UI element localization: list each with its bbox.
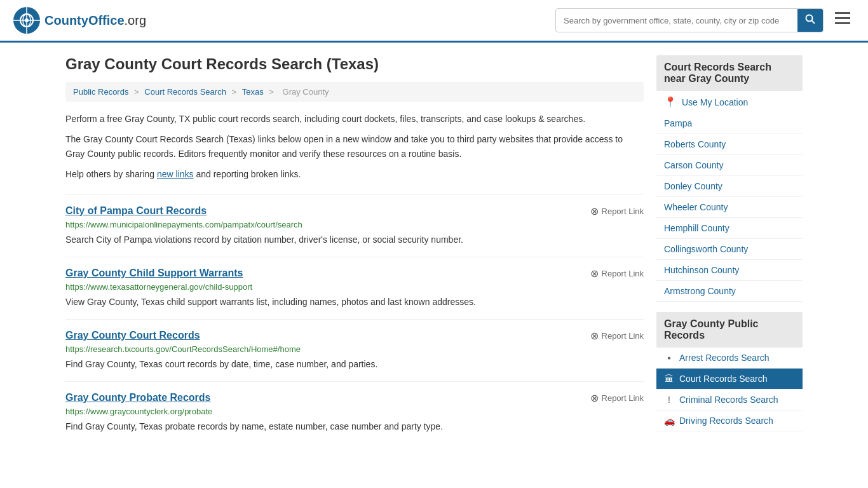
- result-desc-1: View Gray County, Texas child support wa…: [65, 295, 644, 309]
- report-label-2: Report Link: [602, 331, 644, 341]
- result-item-2: Gray County Court Records ⊗ Report Link …: [65, 319, 644, 381]
- breadcrumb-gray-county: Gray County: [283, 87, 329, 97]
- sidebar-item-wheeler[interactable]: Wheeler County: [656, 197, 803, 218]
- menu-button[interactable]: [830, 10, 855, 31]
- sidebar-pr-criminal[interactable]: ! Criminal Records Search: [656, 390, 803, 410]
- sidebar-pr-court[interactable]: 🏛 Court Records Search: [656, 369, 803, 390]
- arrest-records-link[interactable]: Arrest Records Search: [679, 353, 770, 363]
- nearby-section: Court Records Search near Gray County 📍 …: [656, 55, 803, 302]
- help-text: Help others by sharing new links and rep…: [65, 167, 644, 181]
- pampa-link[interactable]: Pampa: [664, 118, 692, 128]
- driving-icon: 🚗: [664, 416, 674, 426]
- public-records-section-title: Gray County Public Records: [656, 312, 803, 348]
- report-label-0: Report Link: [602, 207, 644, 216]
- sidebar: Court Records Search near Gray County 📍 …: [656, 55, 803, 444]
- header: CountyOffice.org: [0, 0, 868, 43]
- hemphill-county-link[interactable]: Hemphill County: [664, 223, 729, 233]
- main-wrapper: Gray County Court Records Search (Texas)…: [53, 43, 815, 456]
- location-icon: 📍: [664, 96, 677, 108]
- result-title-0[interactable]: City of Pampa Court Records: [65, 205, 207, 217]
- nearby-section-title: Court Records Search near Gray County: [656, 55, 803, 91]
- content: Gray County Court Records Search (Texas)…: [65, 55, 644, 444]
- report-icon-1: ⊗: [590, 268, 599, 280]
- page-title: Gray County Court Records Search (Texas): [65, 55, 644, 73]
- intro-text: Perform a free Gray County, TX public co…: [65, 112, 644, 126]
- logo-area: CountyOffice.org: [13, 6, 146, 34]
- search-button[interactable]: [797, 9, 823, 32]
- use-my-location-item[interactable]: 📍 Use My Location: [656, 91, 803, 113]
- result-item-3: Gray County Probate Records ⊗ Report Lin…: [65, 381, 644, 444]
- result-desc-3: Find Gray County, Texas probate records …: [65, 420, 644, 433]
- report-label-1: Report Link: [602, 269, 644, 278]
- breadcrumb-sep-2: >: [232, 87, 239, 97]
- court-icon: 🏛: [664, 374, 674, 384]
- svg-point-6: [806, 15, 813, 22]
- svg-rect-10: [835, 22, 850, 24]
- breadcrumb-public-records[interactable]: Public Records: [73, 87, 128, 97]
- sidebar-item-collingsworth[interactable]: Collingsworth County: [656, 239, 803, 260]
- report-link-btn-1[interactable]: ⊗ Report Link: [590, 268, 644, 280]
- breadcrumb: Public Records > Court Records Search > …: [65, 82, 644, 102]
- sidebar-pr-driving[interactable]: 🚗 Driving Records Search: [656, 410, 803, 431]
- search-container: [555, 8, 824, 32]
- report-link-btn-3[interactable]: ⊗ Report Link: [590, 392, 644, 404]
- breadcrumb-texas[interactable]: Texas: [242, 87, 264, 97]
- use-my-location-link[interactable]: Use My Location: [682, 97, 748, 107]
- result-item-1: Gray County Child Support Warrants ⊗ Rep…: [65, 257, 644, 319]
- search-icon: [805, 14, 815, 24]
- sidebar-pr-arrest[interactable]: ▪ Arrest Records Search: [656, 348, 803, 369]
- result-url-0[interactable]: https://www.municipalonlinepayments.com/…: [65, 220, 644, 229]
- hamburger-icon: [835, 12, 850, 25]
- sidebar-item-armstrong[interactable]: Armstrong County: [656, 281, 803, 302]
- search-input[interactable]: [556, 11, 797, 30]
- criminal-records-link[interactable]: Criminal Records Search: [679, 395, 778, 405]
- breadcrumb-sep-1: >: [134, 87, 141, 97]
- results-list: City of Pampa Court Records ⊗ Report Lin…: [65, 194, 644, 444]
- donley-county-link[interactable]: Donley County: [664, 181, 722, 191]
- collingsworth-county-link[interactable]: Collingsworth County: [664, 244, 748, 254]
- header-right: [555, 8, 855, 32]
- result-item-0: City of Pampa Court Records ⊗ Report Lin…: [65, 194, 644, 257]
- sidebar-item-donley[interactable]: Donley County: [656, 176, 803, 197]
- armstrong-county-link[interactable]: Armstrong County: [664, 286, 736, 296]
- criminal-icon: !: [664, 395, 674, 405]
- result-title-2[interactable]: Gray County Court Records: [65, 330, 200, 341]
- public-records-section: Gray County Public Records ▪ Arrest Reco…: [656, 312, 803, 431]
- breadcrumb-sep-3: >: [269, 87, 276, 97]
- result-desc-2: Find Gray County, Texas court records by…: [65, 358, 644, 371]
- breadcrumb-court-records[interactable]: Court Records Search: [144, 87, 226, 97]
- sidebar-item-hemphill[interactable]: Hemphill County: [656, 218, 803, 239]
- court-records-link[interactable]: Court Records Search: [679, 374, 768, 384]
- result-url-3[interactable]: https://www.graycountyclerk.org/probate: [65, 407, 644, 416]
- logo-icon: [13, 6, 41, 34]
- carson-county-link[interactable]: Carson County: [664, 160, 723, 170]
- arrest-icon: ▪: [664, 353, 674, 363]
- sidebar-item-hutchinson[interactable]: Hutchinson County: [656, 260, 803, 281]
- svg-rect-8: [835, 12, 850, 14]
- sidebar-item-pampa[interactable]: Pampa: [656, 113, 803, 134]
- svg-rect-9: [835, 17, 850, 19]
- result-url-2[interactable]: https://research.txcourts.gov/CourtRecor…: [65, 344, 644, 354]
- report-icon-0: ⊗: [590, 205, 599, 217]
- svg-point-5: [25, 18, 29, 22]
- report-label-3: Report Link: [602, 393, 644, 403]
- sidebar-item-carson[interactable]: Carson County: [656, 155, 803, 176]
- result-title-3[interactable]: Gray County Probate Records: [65, 392, 211, 403]
- result-url-1[interactable]: https://www.texasattorneygeneral.gov/chi…: [65, 282, 644, 292]
- svg-line-7: [812, 21, 815, 24]
- hutchinson-county-link[interactable]: Hutchinson County: [664, 265, 739, 275]
- logo-text: CountyOffice.org: [44, 13, 146, 28]
- new-links-link[interactable]: new links: [157, 169, 194, 179]
- result-desc-0: Search City of Pampa violations record b…: [65, 233, 644, 247]
- sidebar-item-roberts[interactable]: Roberts County: [656, 134, 803, 155]
- result-title-1[interactable]: Gray County Child Support Warrants: [65, 268, 243, 279]
- report-link-btn-0[interactable]: ⊗ Report Link: [590, 205, 644, 217]
- report-link-btn-2[interactable]: ⊗ Report Link: [590, 330, 644, 342]
- wheeler-county-link[interactable]: Wheeler County: [664, 202, 728, 212]
- secondary-text: The Gray County Court Records Search (Te…: [65, 132, 644, 161]
- report-icon-2: ⊗: [590, 330, 599, 342]
- report-icon-3: ⊗: [590, 392, 599, 404]
- roberts-county-link[interactable]: Roberts County: [664, 139, 726, 149]
- driving-records-link[interactable]: Driving Records Search: [679, 416, 773, 426]
